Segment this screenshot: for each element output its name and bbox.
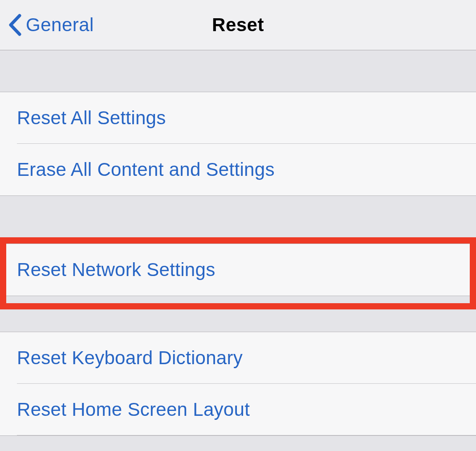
row-label: Reset Home Screen Layout bbox=[17, 399, 250, 420]
page-title: Reset bbox=[212, 14, 264, 36]
highlighted-section-wrap: Reset Network Settings bbox=[0, 237, 476, 309]
section-spacer bbox=[0, 309, 476, 332]
erase-all-content-row[interactable]: Erase All Content and Settings bbox=[0, 144, 476, 195]
row-label: Reset Network Settings bbox=[17, 259, 215, 280]
row-label: Reset Keyboard Dictionary bbox=[17, 347, 243, 369]
section-spacer bbox=[0, 50, 476, 92]
row-label: Erase All Content and Settings bbox=[17, 159, 275, 180]
reset-all-settings-row[interactable]: Reset All Settings bbox=[0, 92, 476, 144]
back-label: General bbox=[26, 14, 94, 36]
reset-network-settings-row[interactable]: Reset Network Settings bbox=[0, 244, 476, 296]
row-label: Reset All Settings bbox=[17, 107, 166, 129]
reset-home-screen-layout-row[interactable]: Reset Home Screen Layout bbox=[0, 384, 476, 435]
reset-section-1: Reset All Settings Erase All Content and… bbox=[0, 92, 476, 196]
section-spacer bbox=[0, 196, 476, 237]
reset-keyboard-dictionary-row[interactable]: Reset Keyboard Dictionary bbox=[0, 332, 476, 384]
divider bbox=[17, 435, 476, 435]
back-button[interactable]: General bbox=[0, 0, 94, 50]
navigation-bar: General Reset bbox=[0, 0, 476, 50]
reset-section-3: Reset Keyboard Dictionary Reset Home Scr… bbox=[0, 332, 476, 436]
chevron-left-icon bbox=[8, 14, 21, 36]
reset-section-2: Reset Network Settings bbox=[0, 244, 476, 296]
